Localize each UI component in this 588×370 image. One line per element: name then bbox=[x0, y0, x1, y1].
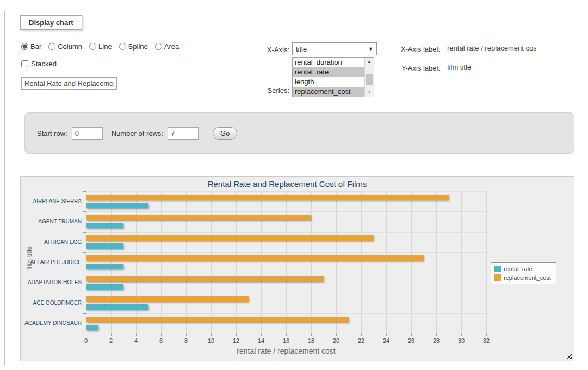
chart-title-input[interactable] bbox=[21, 77, 117, 90]
chart-type-label: Column bbox=[58, 42, 82, 51]
bar-replacement_cost[interactable] bbox=[86, 235, 374, 241]
legend-label: rental_rate bbox=[504, 266, 533, 272]
chart-type-radios: BarColumnLineSplineArea bbox=[21, 42, 179, 51]
bar-rental_rate[interactable] bbox=[86, 203, 148, 208]
stacked-label: Stacked bbox=[31, 60, 57, 68]
x-tick-label: 16 bbox=[283, 337, 289, 344]
start-row-input[interactable] bbox=[72, 127, 103, 140]
stacked-checkbox[interactable] bbox=[21, 60, 28, 67]
x-axis-select-label: X-Axis: bbox=[250, 46, 289, 54]
row-gridline bbox=[86, 232, 486, 233]
x-tick-label: 0 bbox=[84, 337, 88, 344]
x-tick-label: 18 bbox=[308, 337, 314, 344]
replacement-cost-swatch-icon bbox=[494, 274, 501, 281]
gridline bbox=[411, 191, 412, 334]
bar-replacement_cost[interactable] bbox=[86, 296, 249, 302]
series-option-rental_rate[interactable]: rental_rate bbox=[293, 67, 364, 77]
chart-type-radio-area[interactable] bbox=[155, 43, 162, 50]
chart-type-radio-spline[interactable] bbox=[119, 43, 126, 50]
chart-legend: rental_rate replacement_cost bbox=[491, 262, 556, 284]
x-tick-label: 14 bbox=[258, 337, 264, 344]
series-multiselect[interactable]: rental_durationrental_ratelengthreplacem… bbox=[292, 57, 374, 97]
chart-type-area[interactable]: Area bbox=[155, 42, 179, 51]
gridline bbox=[311, 191, 312, 334]
x-tick-label: 2 bbox=[109, 337, 113, 344]
row-gridline bbox=[86, 313, 486, 314]
gridline bbox=[261, 191, 262, 334]
x-tick-label: 4 bbox=[134, 337, 138, 344]
chart-area: Rental Rate and Replacement Cost of Film… bbox=[20, 176, 574, 361]
bar-replacement_cost[interactable] bbox=[86, 215, 311, 220]
gridline bbox=[136, 191, 137, 334]
category-label: AGENT TRUMAN bbox=[21, 218, 82, 224]
series-select-label: Series: bbox=[250, 86, 289, 95]
page: Display chart BarColumnLineSplineArea St… bbox=[0, 0, 588, 370]
chart-type-radio-bar[interactable] bbox=[21, 43, 28, 50]
bar-rental_rate[interactable] bbox=[86, 243, 123, 249]
series-option-replacement_cost[interactable]: replacement_cost bbox=[293, 87, 364, 97]
bar-rental_rate[interactable] bbox=[86, 325, 98, 330]
x-tick-label: 8 bbox=[184, 337, 188, 344]
row-gridline bbox=[86, 211, 486, 212]
gridline bbox=[336, 191, 337, 334]
gridline bbox=[386, 191, 387, 334]
chart-type-spline[interactable]: Spline bbox=[119, 42, 148, 51]
series-option-length[interactable]: length bbox=[293, 77, 364, 87]
legend-item-replacement-cost[interactable]: replacement_cost bbox=[494, 274, 551, 281]
y-axis-title: film title bbox=[25, 246, 33, 270]
x-axis-title: rental rate / replacement cost bbox=[237, 347, 335, 355]
series-options: rental_durationrental_ratelengthreplacem… bbox=[293, 58, 364, 97]
gridline bbox=[236, 191, 237, 334]
bar-replacement_cost[interactable] bbox=[86, 195, 449, 200]
x-tick-label: 10 bbox=[208, 337, 214, 344]
resize-grip[interactable] bbox=[566, 353, 572, 359]
display-chart-panel: Display chart BarColumnLineSplineArea St… bbox=[4, 11, 583, 366]
y-axis-label-label: Y-Axis label: bbox=[392, 64, 440, 72]
scroll-up-icon[interactable]: ▲ bbox=[365, 58, 374, 66]
bar-replacement_cost[interactable] bbox=[86, 317, 349, 322]
row-gridline bbox=[86, 191, 486, 192]
scrollbar-thumb[interactable] bbox=[366, 74, 373, 85]
go-button[interactable]: Go bbox=[213, 127, 237, 140]
bar-rental_rate[interactable] bbox=[86, 284, 123, 290]
legend-item-rental-rate[interactable]: rental_rate bbox=[494, 266, 551, 272]
y-axis-line bbox=[86, 191, 86, 334]
chart-type-radio-column[interactable] bbox=[48, 43, 55, 50]
scroll-down-icon[interactable]: ▼ bbox=[365, 89, 374, 97]
gridline bbox=[286, 191, 287, 334]
bar-rental_rate[interactable] bbox=[86, 223, 123, 228]
bar-rental_rate[interactable] bbox=[86, 304, 148, 310]
chart-type-column[interactable]: Column bbox=[48, 42, 82, 51]
gridline bbox=[486, 191, 487, 334]
y-axis-label-input[interactable] bbox=[444, 61, 539, 73]
category-label: AIRPLANE SIERRA bbox=[21, 198, 82, 204]
x-tick-label: 20 bbox=[333, 337, 339, 344]
chart-type-bar[interactable]: Bar bbox=[21, 42, 41, 51]
num-rows-label: Number of rows: bbox=[112, 129, 163, 137]
legend-label: replacement_cost bbox=[504, 274, 551, 281]
x-tick-label: 6 bbox=[159, 337, 163, 344]
x-axis-label-input[interactable] bbox=[444, 42, 539, 54]
start-row-label: Start row: bbox=[37, 129, 67, 137]
series-option-rental_duration[interactable]: rental_duration bbox=[293, 58, 364, 67]
chart-type-label: Area bbox=[164, 42, 179, 51]
gridline bbox=[361, 191, 362, 334]
gridline bbox=[461, 191, 462, 334]
chart-title: Rental Rate and Replacement Cost of Film… bbox=[208, 179, 367, 189]
gridline bbox=[186, 191, 187, 334]
chart-type-line[interactable]: Line bbox=[89, 42, 112, 51]
x-axis-label-label: X-Axis label: bbox=[392, 45, 440, 53]
gridline bbox=[161, 191, 162, 334]
x-tick-label: 32 bbox=[483, 337, 490, 344]
x-axis-line bbox=[86, 334, 486, 334]
num-rows-input[interactable] bbox=[168, 127, 199, 140]
bar-rental_rate[interactable] bbox=[86, 264, 123, 269]
x-tick-label: 12 bbox=[233, 337, 239, 344]
chart-type-radio-line[interactable] bbox=[89, 43, 96, 50]
bar-replacement_cost[interactable] bbox=[86, 255, 424, 261]
bar-replacement_cost[interactable] bbox=[86, 276, 324, 281]
chart-type-label: Bar bbox=[30, 42, 41, 51]
listbox-scrollbar[interactable]: ▲ ▼ bbox=[364, 58, 374, 97]
row-range-controls: Start row: Number of rows: Go bbox=[24, 112, 574, 154]
x-axis-select[interactable]: title ▼ bbox=[292, 42, 377, 55]
